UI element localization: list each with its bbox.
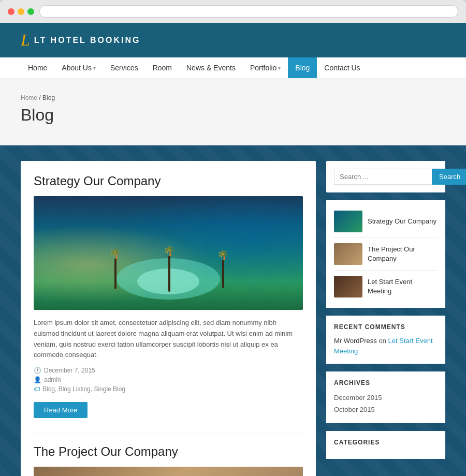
post-1-excerpt: Lorem ipsum dolor sit amet, consectetuer… [34, 318, 303, 361]
recent-post-2-thumbnail [334, 243, 362, 265]
content-column: Strategy Our Company Lorem ipsum dolor s… [21, 161, 316, 476]
archives-title: Archives [334, 379, 438, 386]
page-title: Blog [21, 106, 445, 125]
categories-widget: Categories [326, 431, 445, 459]
site-header: L LT HOTEL BOOKING [0, 23, 466, 57]
post-1-image [34, 196, 303, 310]
sidebar: Search Strategy Our Company The Project … [326, 161, 445, 476]
search-input[interactable] [334, 169, 432, 185]
traffic-lights [8, 8, 34, 15]
post-2-image [34, 467, 303, 476]
chevron-down-icon: ▾ [93, 65, 96, 71]
post-1: Strategy Our Company Lorem ipsum dolor s… [34, 174, 303, 418]
nav-item-about[interactable]: About Us ▾ [54, 57, 103, 78]
recent-post-3-thumbnail [334, 276, 362, 298]
comment-author: Mr WordPress [334, 337, 377, 345]
site-nav: Home About Us ▾ Services Room News & Eve… [0, 57, 466, 79]
recent-post-item-1: Strategy Our Company [334, 205, 438, 238]
recent-post-1-title[interactable]: Strategy Our Company [368, 217, 436, 226]
user-icon: 👤 [34, 376, 41, 383]
nav-item-blog[interactable]: Blog [288, 57, 317, 78]
archive-item-1[interactable]: December 2015 [334, 392, 438, 404]
breadcrumb: Home / Blog [21, 94, 445, 101]
tag-icon: 🏷 [34, 385, 40, 393]
post-1-author: 👤 admin [34, 376, 303, 383]
categories-title: Categories [334, 439, 438, 446]
post-1-date: 🕐 December 7, 2015 [34, 367, 303, 374]
logo-icon: L [21, 31, 30, 50]
nav-item-home[interactable]: Home [21, 57, 54, 78]
breadcrumb-area: Home / Blog Blog [0, 79, 466, 145]
post-2: The Project Our Company [34, 444, 303, 476]
browser-chrome [0, 0, 466, 23]
archive-item-2[interactable]: October 2015 [334, 404, 438, 415]
post-divider [34, 434, 303, 434]
maximize-button[interactable] [27, 8, 34, 15]
nav-item-news[interactable]: News & Events [179, 57, 243, 78]
chevron-down-icon: ▾ [278, 65, 281, 71]
search-button[interactable]: Search [432, 169, 466, 185]
recent-comments-title: Recent Comments [334, 323, 438, 331]
nav-item-contact[interactable]: Contact Us [317, 57, 367, 78]
post-2-title: The Project Our Company [34, 444, 303, 459]
nav-item-portfolio[interactable]: Portfolio ▾ [243, 57, 288, 78]
archives-widget: Archives December 2015 October 2015 [326, 371, 445, 423]
calendar-icon: 🕐 [34, 367, 41, 374]
close-button[interactable] [8, 8, 14, 15]
search-box: Search [334, 169, 438, 185]
nav-item-room[interactable]: Room [145, 57, 179, 78]
address-bar[interactable] [39, 5, 458, 18]
minimize-button[interactable] [18, 8, 24, 15]
nav-item-services[interactable]: Services [103, 57, 145, 78]
post-1-title: Strategy Our Company [34, 174, 303, 188]
post-1-tags: 🏷 Blog, Blog Listing, Single Blog [34, 385, 303, 393]
recent-post-1-thumbnail [334, 211, 362, 232]
recent-post-item-2: The Project Our Company [334, 238, 438, 271]
breadcrumb-current: Blog [42, 94, 55, 101]
read-more-button[interactable]: Read More [34, 402, 88, 418]
comment-on: on [378, 337, 388, 345]
recent-comments-widget: Recent Comments Mr WordPress on Let Star… [326, 316, 445, 364]
comment-item-1: Mr WordPress on Let Start Event Meeting [334, 336, 438, 356]
breadcrumb-home-link[interactable]: Home [21, 94, 37, 101]
recent-post-3-title[interactable]: Let Start Event Meeting [368, 277, 438, 296]
post-1-meta: 🕐 December 7, 2015 👤 admin 🏷 Blog, Blog … [34, 367, 303, 393]
recent-post-2-title[interactable]: The Project Our Company [368, 245, 438, 263]
site-wrapper: L LT HOTEL BOOKING Home About Us ▾ Servi… [0, 23, 466, 476]
search-widget: Search [326, 161, 445, 192]
main-area: Strategy Our Company Lorem ipsum dolor s… [0, 145, 466, 476]
logo[interactable]: L LT HOTEL BOOKING [21, 31, 140, 50]
logo-text: LT HOTEL BOOKING [34, 36, 141, 45]
recent-posts-widget: Strategy Our Company The Project Our Com… [326, 200, 445, 308]
recent-post-item-3: Let Start Event Meeting [334, 271, 438, 303]
